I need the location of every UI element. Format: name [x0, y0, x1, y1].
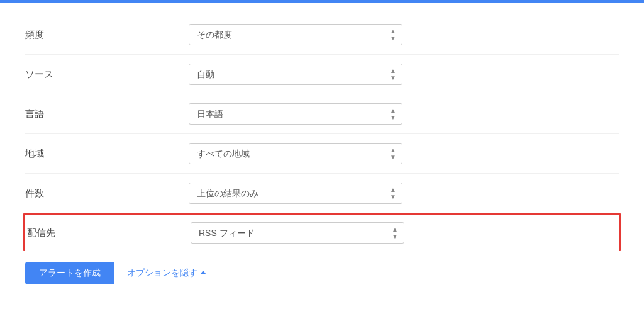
select-source[interactable]: 自動ニュースブログウェブ [189, 64, 402, 85]
select-wrapper-region: すべての地域日本アメリカ▲▼ [189, 143, 402, 164]
label-deliver: 配信先 [27, 227, 191, 239]
select-language[interactable]: 日本語英語中国語 [189, 103, 402, 125]
label-region: 地域 [25, 148, 189, 160]
select-region[interactable]: すべての地域日本アメリカ [189, 143, 402, 164]
select-wrapper-language: 日本語英語中国語▲▼ [189, 103, 402, 125]
create-alert-button[interactable]: アラートを作成 [25, 262, 114, 284]
form-rows: 頻度その都度1日に1回以下1週間に1回以下▲▼ソース自動ニュースブログウェブ▲▼… [25, 15, 619, 251]
form-row-count: 件数上位の結果のみすべての結果▲▼ [25, 174, 619, 213]
form-content: 頻度その都度1日に1回以下1週間に1回以下▲▼ソース自動ニュースブログウェブ▲▼… [0, 3, 644, 297]
select-wrapper-deliver: RSS フィードメール▲▼ [191, 222, 404, 244]
label-count: 件数 [25, 188, 189, 200]
select-count[interactable]: 上位の結果のみすべての結果 [189, 183, 402, 204]
label-source: ソース [25, 69, 189, 81]
label-language: 言語 [25, 108, 189, 120]
hide-options-label: オプションを隠す [127, 268, 197, 279]
chevron-up-icon [200, 271, 206, 274]
form-row-region: 地域すべての地域日本アメリカ▲▼ [25, 134, 619, 174]
hide-options-link[interactable]: オプションを隠す [127, 268, 206, 279]
select-deliver[interactable]: RSS フィードメール [191, 222, 404, 244]
select-frequency[interactable]: その都度1日に1回以下1週間に1回以下 [189, 24, 402, 45]
form-row-source: ソース自動ニュースブログウェブ▲▼ [25, 55, 619, 94]
select-wrapper-count: 上位の結果のみすべての結果▲▼ [189, 183, 402, 204]
label-frequency: 頻度 [25, 29, 189, 41]
bottom-actions: アラートを作成 オプションを隠す [25, 251, 619, 284]
form-row-frequency: 頻度その都度1日に1回以下1週間に1回以下▲▼ [25, 15, 619, 55]
select-wrapper-source: 自動ニュースブログウェブ▲▼ [189, 64, 402, 85]
form-row-language: 言語日本語英語中国語▲▼ [25, 94, 619, 134]
form-row-highlighted: 配信先RSS フィードメール▲▼ [23, 213, 621, 251]
select-wrapper-frequency: その都度1日に1回以下1週間に1回以下▲▼ [189, 24, 402, 45]
